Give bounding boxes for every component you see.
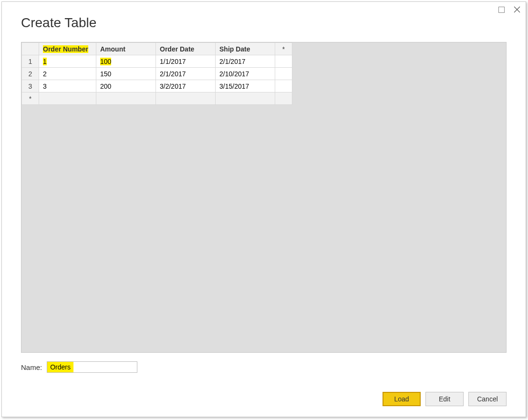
button-row: Load Edit Cancel (21, 392, 507, 406)
cell-empty[interactable] (275, 55, 292, 68)
table-name-input[interactable] (47, 361, 137, 373)
col-header-order-number[interactable]: Order Number (39, 43, 96, 55)
window-controls (498, 6, 521, 13)
cell-ship-date[interactable]: 3/15/2017 (216, 80, 275, 92)
cancel-button[interactable]: Cancel (468, 392, 507, 406)
cell-empty[interactable] (275, 80, 292, 92)
cell-empty[interactable] (156, 92, 216, 105)
cell-amount[interactable]: 150 (96, 68, 156, 80)
table-new-row[interactable]: * (22, 92, 292, 105)
create-table-dialog: Create Table Order Number Amount Order D… (1, 1, 526, 417)
table-row[interactable]: 2 2 150 2/1/2017 2/10/2017 (22, 68, 292, 80)
close-icon[interactable] (513, 6, 521, 13)
col-header-amount[interactable]: Amount (96, 43, 156, 55)
load-button[interactable]: Load (383, 392, 421, 406)
cell-order-date[interactable]: 1/1/2017 (156, 55, 216, 68)
row-index[interactable]: 2 (22, 68, 39, 80)
row-index[interactable]: 1 (22, 55, 39, 68)
col-header-ship-date[interactable]: Ship Date (216, 43, 275, 55)
cell-empty[interactable] (216, 92, 275, 105)
cell-ship-date[interactable]: 2/10/2017 (216, 68, 275, 80)
data-grid[interactable]: Order Number Amount Order Date Ship Date… (21, 42, 292, 105)
cell-empty[interactable] (96, 92, 156, 105)
col-header-order-date[interactable]: Order Date (156, 43, 216, 55)
cell-order-number[interactable]: 3 (39, 80, 96, 92)
name-row: Name: (21, 361, 507, 373)
cell-empty[interactable] (275, 92, 292, 105)
cell-ship-date[interactable]: 2/1/2017 (216, 55, 275, 68)
name-label: Name: (21, 363, 42, 371)
cell-order-number[interactable]: 2 (39, 68, 96, 80)
table-row[interactable]: 1 1 100 1/1/2017 2/1/2017 (22, 55, 292, 68)
dialog-title: Create Table (21, 15, 526, 31)
cell-order-number[interactable]: 1 (39, 55, 96, 68)
cell-empty[interactable] (275, 68, 292, 80)
corner-header[interactable] (22, 43, 39, 55)
edit-button[interactable]: Edit (425, 392, 464, 406)
cell-order-date[interactable]: 2/1/2017 (156, 68, 216, 80)
maximize-icon[interactable] (498, 7, 505, 13)
cell-order-date[interactable]: 3/2/2017 (156, 80, 216, 92)
cell-amount[interactable]: 100 (96, 55, 156, 68)
row-new-marker[interactable]: * (22, 92, 39, 105)
col-header-add-column[interactable]: * (275, 43, 292, 55)
table-row[interactable]: 3 3 200 3/2/2017 3/15/2017 (22, 80, 292, 92)
cell-empty[interactable] (39, 92, 96, 105)
row-index[interactable]: 3 (22, 80, 39, 92)
data-grid-area: Order Number Amount Order Date Ship Date… (21, 42, 507, 353)
cell-amount[interactable]: 200 (96, 80, 156, 92)
